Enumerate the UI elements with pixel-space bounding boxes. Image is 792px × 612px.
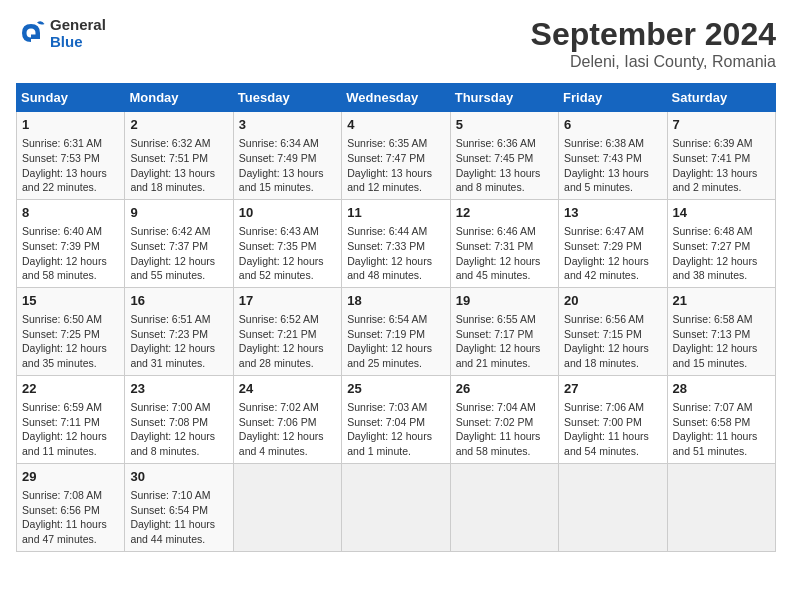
calendar-cell: 8Sunrise: 6:40 AMSunset: 7:39 PMDaylight… <box>17 199 125 287</box>
day-number: 15 <box>22 292 119 310</box>
day-info: Sunrise: 6:59 AMSunset: 7:11 PMDaylight:… <box>22 400 119 459</box>
calendar-cell: 24Sunrise: 7:02 AMSunset: 7:06 PMDayligh… <box>233 375 341 463</box>
title-block: September 2024 Deleni, Iasi County, Roma… <box>531 16 776 71</box>
calendar-cell <box>233 463 341 551</box>
day-number: 8 <box>22 204 119 222</box>
day-number: 7 <box>673 116 770 134</box>
month-title: September 2024 <box>531 16 776 53</box>
weekday-header-friday: Friday <box>559 84 667 112</box>
calendar-cell: 10Sunrise: 6:43 AMSunset: 7:35 PMDayligh… <box>233 199 341 287</box>
calendar-cell: 17Sunrise: 6:52 AMSunset: 7:21 PMDayligh… <box>233 287 341 375</box>
day-info: Sunrise: 6:35 AMSunset: 7:47 PMDaylight:… <box>347 136 444 195</box>
calendar-week-row: 22Sunrise: 6:59 AMSunset: 7:11 PMDayligh… <box>17 375 776 463</box>
day-number: 26 <box>456 380 553 398</box>
calendar-cell: 12Sunrise: 6:46 AMSunset: 7:31 PMDayligh… <box>450 199 558 287</box>
logo-text: General Blue <box>50 16 106 50</box>
calendar-cell: 27Sunrise: 7:06 AMSunset: 7:00 PMDayligh… <box>559 375 667 463</box>
day-info: Sunrise: 6:58 AMSunset: 7:13 PMDaylight:… <box>673 312 770 371</box>
calendar-cell: 15Sunrise: 6:50 AMSunset: 7:25 PMDayligh… <box>17 287 125 375</box>
calendar-cell: 7Sunrise: 6:39 AMSunset: 7:41 PMDaylight… <box>667 112 775 200</box>
day-number: 4 <box>347 116 444 134</box>
day-number: 19 <box>456 292 553 310</box>
day-number: 27 <box>564 380 661 398</box>
weekday-header-saturday: Saturday <box>667 84 775 112</box>
day-number: 25 <box>347 380 444 398</box>
calendar-cell: 4Sunrise: 6:35 AMSunset: 7:47 PMDaylight… <box>342 112 450 200</box>
calendar-table: SundayMondayTuesdayWednesdayThursdayFrid… <box>16 83 776 552</box>
calendar-cell <box>559 463 667 551</box>
weekday-header-row: SundayMondayTuesdayWednesdayThursdayFrid… <box>17 84 776 112</box>
day-info: Sunrise: 6:36 AMSunset: 7:45 PMDaylight:… <box>456 136 553 195</box>
calendar-cell: 21Sunrise: 6:58 AMSunset: 7:13 PMDayligh… <box>667 287 775 375</box>
calendar-cell: 16Sunrise: 6:51 AMSunset: 7:23 PMDayligh… <box>125 287 233 375</box>
day-info: Sunrise: 7:10 AMSunset: 6:54 PMDaylight:… <box>130 488 227 547</box>
day-number: 28 <box>673 380 770 398</box>
calendar-week-row: 8Sunrise: 6:40 AMSunset: 7:39 PMDaylight… <box>17 199 776 287</box>
day-info: Sunrise: 7:06 AMSunset: 7:00 PMDaylight:… <box>564 400 661 459</box>
weekday-header-sunday: Sunday <box>17 84 125 112</box>
day-info: Sunrise: 6:43 AMSunset: 7:35 PMDaylight:… <box>239 224 336 283</box>
day-info: Sunrise: 7:08 AMSunset: 6:56 PMDaylight:… <box>22 488 119 547</box>
day-number: 11 <box>347 204 444 222</box>
day-info: Sunrise: 7:00 AMSunset: 7:08 PMDaylight:… <box>130 400 227 459</box>
calendar-cell: 28Sunrise: 7:07 AMSunset: 6:58 PMDayligh… <box>667 375 775 463</box>
calendar-cell: 23Sunrise: 7:00 AMSunset: 7:08 PMDayligh… <box>125 375 233 463</box>
day-number: 13 <box>564 204 661 222</box>
day-info: Sunrise: 6:48 AMSunset: 7:27 PMDaylight:… <box>673 224 770 283</box>
page-header: General Blue September 2024 Deleni, Iasi… <box>16 16 776 71</box>
calendar-cell: 13Sunrise: 6:47 AMSunset: 7:29 PMDayligh… <box>559 199 667 287</box>
calendar-cell: 11Sunrise: 6:44 AMSunset: 7:33 PMDayligh… <box>342 199 450 287</box>
day-number: 9 <box>130 204 227 222</box>
calendar-cell: 14Sunrise: 6:48 AMSunset: 7:27 PMDayligh… <box>667 199 775 287</box>
day-info: Sunrise: 6:47 AMSunset: 7:29 PMDaylight:… <box>564 224 661 283</box>
day-number: 21 <box>673 292 770 310</box>
calendar-cell: 22Sunrise: 6:59 AMSunset: 7:11 PMDayligh… <box>17 375 125 463</box>
calendar-cell <box>342 463 450 551</box>
day-info: Sunrise: 6:42 AMSunset: 7:37 PMDaylight:… <box>130 224 227 283</box>
calendar-cell: 19Sunrise: 6:55 AMSunset: 7:17 PMDayligh… <box>450 287 558 375</box>
calendar-cell: 30Sunrise: 7:10 AMSunset: 6:54 PMDayligh… <box>125 463 233 551</box>
day-number: 24 <box>239 380 336 398</box>
day-info: Sunrise: 7:02 AMSunset: 7:06 PMDaylight:… <box>239 400 336 459</box>
day-info: Sunrise: 6:39 AMSunset: 7:41 PMDaylight:… <box>673 136 770 195</box>
day-info: Sunrise: 6:31 AMSunset: 7:53 PMDaylight:… <box>22 136 119 195</box>
day-number: 2 <box>130 116 227 134</box>
day-info: Sunrise: 7:03 AMSunset: 7:04 PMDaylight:… <box>347 400 444 459</box>
day-number: 5 <box>456 116 553 134</box>
day-info: Sunrise: 6:44 AMSunset: 7:33 PMDaylight:… <box>347 224 444 283</box>
calendar-week-row: 15Sunrise: 6:50 AMSunset: 7:25 PMDayligh… <box>17 287 776 375</box>
calendar-cell: 18Sunrise: 6:54 AMSunset: 7:19 PMDayligh… <box>342 287 450 375</box>
day-number: 22 <box>22 380 119 398</box>
day-info: Sunrise: 6:51 AMSunset: 7:23 PMDaylight:… <box>130 312 227 371</box>
weekday-header-wednesday: Wednesday <box>342 84 450 112</box>
calendar-cell <box>450 463 558 551</box>
day-info: Sunrise: 6:46 AMSunset: 7:31 PMDaylight:… <box>456 224 553 283</box>
day-info: Sunrise: 6:55 AMSunset: 7:17 PMDaylight:… <box>456 312 553 371</box>
day-info: Sunrise: 6:50 AMSunset: 7:25 PMDaylight:… <box>22 312 119 371</box>
calendar-cell: 2Sunrise: 6:32 AMSunset: 7:51 PMDaylight… <box>125 112 233 200</box>
calendar-cell: 26Sunrise: 7:04 AMSunset: 7:02 PMDayligh… <box>450 375 558 463</box>
day-info: Sunrise: 6:32 AMSunset: 7:51 PMDaylight:… <box>130 136 227 195</box>
calendar-week-row: 29Sunrise: 7:08 AMSunset: 6:56 PMDayligh… <box>17 463 776 551</box>
day-number: 29 <box>22 468 119 486</box>
day-number: 1 <box>22 116 119 134</box>
logo: General Blue <box>16 16 106 50</box>
day-number: 17 <box>239 292 336 310</box>
calendar-cell <box>667 463 775 551</box>
location: Deleni, Iasi County, Romania <box>531 53 776 71</box>
calendar-week-row: 1Sunrise: 6:31 AMSunset: 7:53 PMDaylight… <box>17 112 776 200</box>
day-number: 30 <box>130 468 227 486</box>
calendar-cell: 5Sunrise: 6:36 AMSunset: 7:45 PMDaylight… <box>450 112 558 200</box>
day-info: Sunrise: 6:56 AMSunset: 7:15 PMDaylight:… <box>564 312 661 371</box>
day-info: Sunrise: 7:04 AMSunset: 7:02 PMDaylight:… <box>456 400 553 459</box>
calendar-cell: 1Sunrise: 6:31 AMSunset: 7:53 PMDaylight… <box>17 112 125 200</box>
calendar-cell: 9Sunrise: 6:42 AMSunset: 7:37 PMDaylight… <box>125 199 233 287</box>
day-number: 3 <box>239 116 336 134</box>
day-number: 20 <box>564 292 661 310</box>
day-number: 10 <box>239 204 336 222</box>
day-info: Sunrise: 6:54 AMSunset: 7:19 PMDaylight:… <box>347 312 444 371</box>
day-info: Sunrise: 6:38 AMSunset: 7:43 PMDaylight:… <box>564 136 661 195</box>
day-number: 14 <box>673 204 770 222</box>
logo-icon <box>16 18 46 48</box>
day-info: Sunrise: 7:07 AMSunset: 6:58 PMDaylight:… <box>673 400 770 459</box>
